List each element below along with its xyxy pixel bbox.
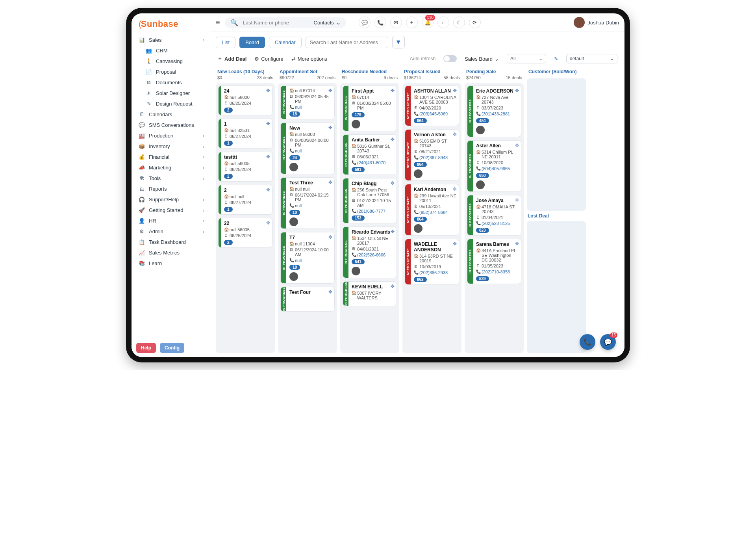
card-phone[interactable]: 📞(202)710-8353: [476, 269, 519, 274]
column-body[interactable]: ✥IN PROGRESSFirst Appt🏠67014🗓01/03/2024 …: [340, 83, 399, 353]
search-category[interactable]: Contacts⌄: [314, 20, 341, 26]
move-icon[interactable]: ✥: [266, 154, 270, 160]
deal-card[interactable]: ✥IN PROGRESST7🏠null 11004🗓06/12/2024 10:…: [280, 232, 335, 284]
help-button[interactable]: Help: [136, 343, 156, 353]
view-list[interactable]: List: [216, 37, 235, 48]
move-icon[interactable]: ✥: [266, 121, 270, 126]
hamburger-icon[interactable]: ≡: [216, 19, 220, 27]
move-icon[interactable]: ✥: [515, 241, 519, 247]
move-icon[interactable]: ✥: [515, 143, 519, 148]
deal-card[interactable]: ✥NEEDS UPDATEWADELLE ANDERSON🏠314 63RD S…: [405, 239, 459, 285]
card-phone[interactable]: 📞null: [289, 258, 332, 263]
sidebar-item-calendars[interactable]: 🗓Calendars: [133, 109, 208, 120]
sidebar-item-documents[interactable]: 🗎Documents: [133, 77, 208, 88]
move-icon[interactable]: ✥: [453, 241, 457, 247]
move-icon[interactable]: ✥: [266, 187, 270, 193]
deal-card[interactable]: ✥NEEDS UPDATEVernon Alston🏠5105 EMO ST 2…: [405, 129, 459, 181]
deal-card[interactable]: ✥IN PROGRESSNww🏠null 56000🗓06/08/2024 06…: [280, 123, 335, 174]
move-icon[interactable]: ✥: [515, 88, 519, 93]
global-search[interactable]: 🔍 Contacts⌄: [225, 17, 346, 28]
fab-chat[interactable]: 💬15: [600, 334, 616, 350]
card-phone[interactable]: 📞(202)367-8943: [414, 155, 456, 160]
sidebar-item-production[interactable]: 🏭Production›: [133, 130, 208, 141]
sidebar-item-support-help[interactable]: 🎧Support/Help›: [133, 194, 208, 205]
deal-card[interactable]: ✥2🏠null null🗓06/27/20241: [218, 185, 272, 215]
configure[interactable]: ⚙ Configure: [254, 56, 283, 62]
move-icon[interactable]: ✥: [391, 137, 395, 142]
deal-card[interactable]: ✥IN PROGRESSChip Blagg🏠256 South Post Oa…: [343, 178, 397, 223]
deal-card[interactable]: ✥IN PROGRESSEric ADGERSON🏠727 Nova Ave 2…: [467, 85, 521, 137]
sidebar-item-crm[interactable]: 👥CRM: [133, 45, 208, 56]
card-phone[interactable]: 📞(202)396-2933: [414, 270, 456, 275]
move-icon[interactable]: ✥: [391, 284, 395, 289]
deal-card[interactable]: ✥22🏠null 56005🗓06/25/20242: [218, 218, 272, 248]
card-phone[interactable]: 📞(240)431-6070: [352, 160, 394, 165]
move-icon[interactable]: ✥: [328, 234, 332, 240]
refresh-icon[interactable]: ⟳: [469, 17, 481, 28]
column-body[interactable]: [527, 78, 586, 211]
column-body[interactable]: ✥24🏠null 56000🗓06/25/20242✥1🏠null 82531🗓…: [216, 83, 275, 353]
move-icon[interactable]: ✥: [453, 132, 457, 137]
card-phone[interactable]: 📞(203)645-5069: [414, 111, 456, 116]
deal-card[interactable]: ✥1🏠null 82531🗓06/27/20241: [218, 119, 272, 149]
filter-button[interactable]: ▼: [392, 36, 405, 48]
preset-select[interactable]: default⌄: [566, 54, 617, 63]
deal-card[interactable]: ✥IN PROGRESSTest Three🏠null null🗓06/17/2…: [280, 177, 335, 229]
sidebar-item-financial[interactable]: 💰Financial›: [133, 152, 208, 162]
deal-card[interactable]: ✥testttt🏠null 56005🗓06/25/20242: [218, 152, 272, 182]
add-deal[interactable]: ＋ Add Deal: [217, 55, 246, 62]
user-menu[interactable]: Joshua Dubin: [574, 17, 619, 28]
card-phone[interactable]: 📞null: [289, 149, 332, 153]
auto-refresh-toggle[interactable]: [443, 55, 457, 62]
edit-icon[interactable]: ✎: [554, 56, 558, 62]
deal-card[interactable]: ✥IN PROGRESS🏠null 67014🗓06/09/2024 05:45…: [280, 85, 335, 119]
sidebar-item-sales-metrics[interactable]: 📈Sales Metrics: [133, 247, 208, 258]
column-body[interactable]: ✥IN PROGRESSEric ADGERSON🏠727 Nova Ave 2…: [465, 83, 524, 353]
sidebar-item-learn[interactable]: 📚Learn: [133, 258, 208, 269]
card-phone[interactable]: 📞(281)686-7777: [352, 209, 394, 214]
board-selector[interactable]: Sales Board ⌄: [465, 56, 499, 62]
sidebar-item-task-dashboard[interactable]: 📋Task Dashboard: [133, 237, 208, 247]
view-board[interactable]: Board: [239, 37, 265, 48]
move-icon[interactable]: ✥: [266, 88, 270, 93]
sidebar-item-solar-designer[interactable]: ☀Solar Designer: [133, 88, 208, 98]
sidebar-item-getting-started[interactable]: 🚀Getting Started›: [133, 205, 208, 215]
deal-card[interactable]: ✥NEEDS UPDATEASHTON ALLAN🏠1304 S CAROLIN…: [405, 85, 459, 126]
back-icon[interactable]: ←: [437, 17, 449, 28]
deal-card[interactable]: ✥IN PROGRESSAster Allen🏠5314 Chillum PL …: [467, 140, 521, 192]
deal-card[interactable]: ✥IN PROGRESSKEVIN EUELL🏠5007 IVORY WALTE…: [343, 281, 397, 306]
chat-icon[interactable]: 💬: [359, 17, 371, 28]
phone-icon[interactable]: 📞: [374, 17, 386, 28]
card-phone[interactable]: 📞null: [289, 105, 332, 110]
sidebar-item-sales[interactable]: 📊Sales›: [133, 35, 208, 45]
sidebar-item-reports[interactable]: 🗂Reports: [133, 184, 208, 194]
bell-icon[interactable]: 🔔110: [422, 17, 434, 28]
deal-card[interactable]: ✥IN PROGRESSRicardo Edwards🏠1534 Otis St…: [343, 227, 397, 278]
filter-select[interactable]: All⌄: [507, 54, 546, 63]
move-icon[interactable]: ✥: [453, 88, 457, 93]
more-options[interactable]: ⇄ More options: [291, 56, 327, 62]
move-icon[interactable]: ✥: [391, 88, 395, 93]
sidebar-item-inventory[interactable]: 📦Inventory›: [133, 141, 208, 152]
sidebar-item-proposal[interactable]: 📄Proposal: [133, 67, 208, 77]
sidebar-item-hr[interactable]: 👤HR›: [133, 215, 208, 226]
deal-card[interactable]: ✥24🏠null 56000🗓06/25/20242: [218, 85, 272, 115]
mail-icon[interactable]: ✉: [390, 17, 402, 28]
address-search[interactable]: [306, 37, 388, 48]
column-body[interactable]: ✥IN PROGRESS🏠null 67014🗓06/09/2024 05:45…: [278, 83, 337, 353]
search-input[interactable]: [243, 20, 309, 26]
fab-call[interactable]: 📞: [580, 334, 595, 350]
move-icon[interactable]: ✥: [328, 88, 332, 93]
column-body[interactable]: ✥NEEDS UPDATEASHTON ALLAN🏠1304 S CAROLIN…: [402, 83, 461, 353]
deal-card[interactable]: ✥IN PROGRESSFirst Appt🏠67014🗓01/03/2024 …: [343, 85, 397, 131]
move-icon[interactable]: ✥: [328, 289, 332, 295]
sidebar-item-admin[interactable]: ⚙Admin›: [133, 226, 208, 237]
move-icon[interactable]: ✥: [453, 186, 457, 192]
deal-card[interactable]: ✥IN PROGRESSSarena Barnes🏠341A Parkland …: [467, 239, 521, 284]
deal-card[interactable]: ✥IN PROGRESSAnita Barber🏠5016 Gunther St…: [343, 134, 397, 175]
move-icon[interactable]: ✥: [515, 197, 519, 203]
column-body[interactable]: [527, 221, 586, 353]
view-calendar[interactable]: Calendar: [269, 37, 302, 48]
move-icon[interactable]: ✥: [266, 220, 270, 226]
moon-icon[interactable]: ☾: [453, 17, 465, 28]
